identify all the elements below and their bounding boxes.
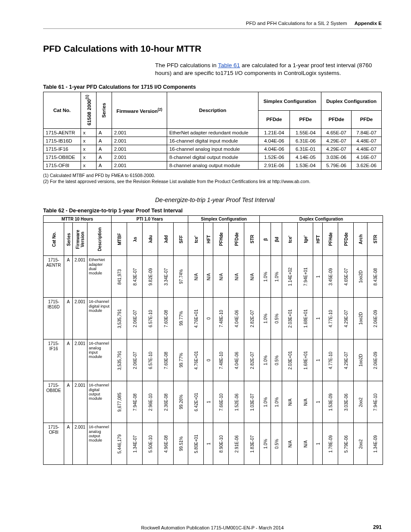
t62-th-pti: PTI 1.0 Years: [112, 216, 188, 223]
cell: 4.04E-06: [229, 298, 244, 339]
subhead-italic: De-energize-to-trip 1-year Proof Test In…: [155, 196, 382, 203]
cell: 1.55E-04: [290, 128, 321, 137]
cell: 0.5%: [271, 423, 282, 465]
t62-col-header: λdu: [143, 223, 158, 256]
cell: 4.04E-06: [258, 137, 290, 145]
t61-th-d-pfdde: PFDde: [321, 110, 352, 128]
cell: 1.0%: [260, 298, 271, 339]
cell-catno: 1715-AENTR: [44, 256, 64, 298]
cell-desc: 16-channel analog output module: [87, 423, 112, 465]
cell: 4.29E-07: [321, 145, 352, 153]
cell: 0.5%: [271, 339, 282, 381]
cell: 5.79E-06: [338, 423, 354, 465]
cell: 2.96E-10: [143, 381, 158, 423]
cell: 2.36E-08: [158, 381, 174, 423]
cell: 1.03E-07: [244, 381, 260, 423]
cell: 6.31E-01: [290, 145, 321, 153]
cell: 4.48E-07: [352, 145, 382, 153]
cell: 4.29E-07: [321, 137, 352, 145]
cell: 4.29E-07: [338, 339, 354, 381]
intro-paragraph: The PFD calculations in Table 61 are cal…: [155, 62, 382, 77]
cell: N/A: [229, 256, 244, 298]
cell: 0: [204, 339, 213, 381]
cell: x: [81, 128, 96, 137]
table61: Cat No. 61508 2000(1) Series Firmware Ve…: [43, 92, 382, 169]
cell: 4.04E-06: [229, 339, 244, 381]
t62-col-header: HFT: [313, 223, 323, 256]
cell: 2.82E-07: [244, 298, 260, 339]
cell: A: [96, 161, 112, 169]
t62-col-header: tce': [188, 223, 204, 256]
cell: 1: [313, 339, 323, 381]
cell: 1.34E-07: [127, 423, 143, 465]
cell: 1oo2D: [354, 298, 367, 339]
cell: 4.77E-10: [323, 298, 338, 339]
running-header-appendix: Appendix E: [355, 21, 382, 26]
cell: 99.77%: [174, 298, 188, 339]
cell-catno: 1715-IF16: [44, 339, 64, 381]
cell: 3.45E-09: [323, 256, 338, 298]
cell: 5.79E-06: [321, 161, 352, 169]
t62-col-header: Arch: [354, 223, 367, 256]
cell: 1.78E-09: [323, 423, 338, 465]
cell: 1.53E-04: [290, 161, 321, 169]
footnote-2: (2) For the latest approved versions, se…: [43, 178, 382, 184]
table-row: 1715-IF16A2.00116-channel analog input m…: [44, 339, 383, 381]
page-footer: Rockwell Automation Publication 1715-UM0…: [43, 525, 382, 530]
cell: 99.51%: [174, 423, 188, 465]
cell: 1.34E-09: [367, 423, 383, 465]
t62-th-duplex: Duplex Configuration: [260, 216, 383, 223]
cell: 1: [313, 256, 323, 298]
cell: x: [81, 153, 96, 161]
t61-th-simplex: Simplex Configuration: [258, 92, 321, 110]
cell: 0.5%: [271, 298, 282, 339]
footnotes: (1) Calculated MTBF and PFD by FMEA to 6…: [43, 172, 382, 184]
cell: N/A: [213, 256, 229, 298]
t62-col-header: MTBF: [112, 223, 127, 256]
cell: 3.34E-07: [158, 256, 174, 298]
cell: N/A: [188, 256, 204, 298]
cell-series: A: [64, 381, 73, 423]
cell: 16-channel digital input module: [167, 137, 258, 145]
cell: 7.48E-10: [213, 339, 229, 381]
t61-th-s-pfde: PFDe: [290, 110, 321, 128]
header-rule: [43, 28, 382, 29]
cell-fw: 2.001: [73, 298, 87, 339]
cell: 2.001: [112, 145, 167, 153]
cell: 7.94E+01: [298, 256, 313, 298]
t62-col-header: λdd: [158, 223, 174, 256]
t62-col-header: PFHde: [213, 223, 229, 256]
t62-th-simplex: Simplex Configuration: [188, 216, 260, 223]
cell-fw: 2.001: [73, 381, 87, 423]
cell: 4.14E-05: [290, 153, 321, 161]
t61-th-series: Series: [96, 92, 112, 128]
table-row: 1715-IB16DA2.00116-channel digital input…: [44, 298, 383, 339]
t62-col-header: PFDde: [338, 223, 354, 256]
cell: 8-channel analog output module: [167, 161, 258, 169]
cell: 9.82E-09: [143, 256, 158, 298]
cell: 4.76E+01: [188, 298, 204, 339]
cell: 3,535,791: [112, 298, 127, 339]
cell: 99.77%: [174, 339, 188, 381]
table-row: 1715-AENTRA2.001EtherNet adapter dual mo…: [44, 256, 383, 298]
cell: x: [81, 137, 96, 145]
intro-link-table61[interactable]: Table 61: [218, 62, 240, 68]
cell: 1: [204, 423, 213, 465]
cell: 1.0%: [260, 381, 271, 423]
cell: 841,973: [112, 256, 127, 298]
cell: 1.53E-09: [323, 381, 338, 423]
t62-col-header: Cat No.: [44, 223, 64, 256]
cell: 2.03E+01: [282, 339, 298, 381]
cell: 5,446,179: [112, 423, 127, 465]
t61-th-61508: 61508 2000(1): [81, 92, 96, 128]
cell-desc: 16-channel analog input module: [87, 339, 112, 381]
cell: 1.14E+02: [282, 256, 298, 298]
cell: 2.06E-09: [367, 298, 383, 339]
running-header-title: PFD and PFH Calculations for a SIL 2 Sys…: [246, 21, 347, 26]
cell: 7.94E-08: [127, 381, 143, 423]
t61-th-description: Description: [167, 92, 258, 128]
t62-col-header: HFT: [204, 223, 213, 256]
t62-col-header: SFF: [174, 223, 188, 256]
cell: N/A: [298, 381, 313, 423]
cell: 3.62E-06: [352, 161, 382, 169]
